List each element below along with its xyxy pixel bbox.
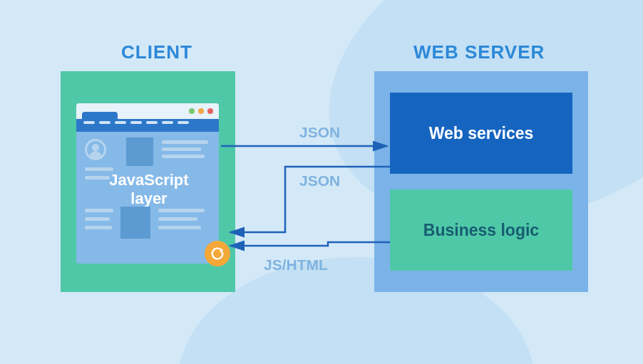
avatar-icon (85, 139, 106, 160)
web-services-box: Web services (390, 93, 572, 174)
arrow-label-json-in: JSON (299, 172, 340, 189)
content-block (126, 137, 153, 166)
content-block (120, 207, 150, 239)
window-dot-orange (198, 108, 204, 114)
client-title: CLIENT (121, 41, 192, 63)
architecture-diagram: CLIENT WEB SERVER JavaScript lay (0, 0, 643, 364)
business-logic-box: Business logic (390, 189, 572, 271)
arrow-label-jshtml: JS/HTML (264, 256, 328, 274)
browser-content: JavaScript layer (76, 132, 219, 256)
browser-mockup: JavaScript layer (76, 103, 219, 264)
server-title: WEB SERVER (413, 41, 545, 63)
window-dot-green (189, 108, 195, 114)
arrow-label-json-out: JSON (299, 124, 340, 141)
server-box: Web services Business logic (374, 71, 588, 292)
refresh-icon (205, 241, 230, 266)
client-box: JavaScript layer (61, 71, 235, 292)
window-dot-red (207, 108, 213, 114)
browser-tabbar (76, 119, 219, 132)
javascript-layer-label: JavaScript layer (106, 171, 192, 209)
